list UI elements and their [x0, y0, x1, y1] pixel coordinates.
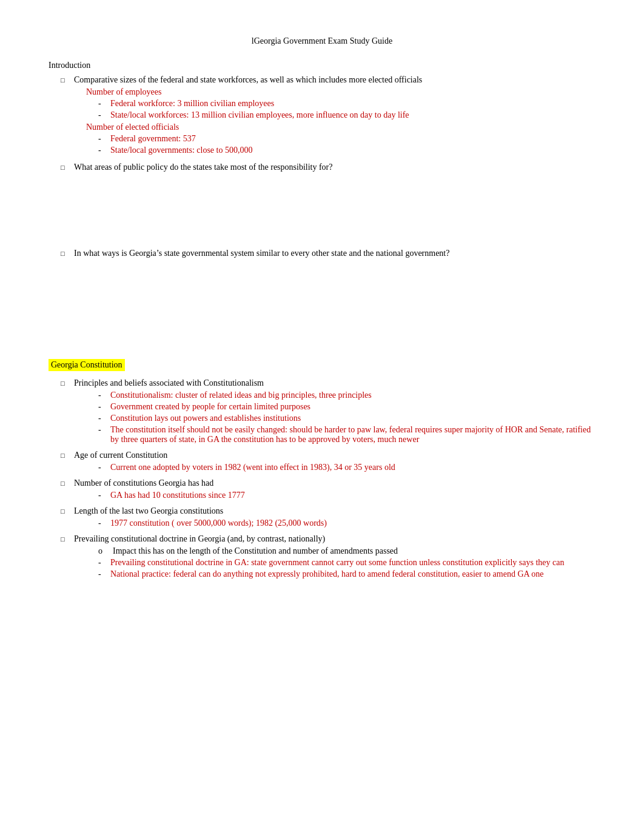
bullet-comparative-sizes: □ Comparative sizes of the federal and s…	[49, 75, 595, 158]
bullet-text-1: Comparative sizes of the federal and sta…	[74, 75, 422, 84]
dash-d1: -	[98, 558, 106, 568]
bullet-icon-c4: □	[61, 508, 68, 515]
dash-n1: -	[98, 491, 106, 500]
bullet-constitutionalism: □ Principles and beliefs associated with…	[49, 378, 595, 447]
introduction-heading: Introduction	[49, 61, 595, 70]
age-content: Age of current Constitution - Current on…	[74, 451, 595, 475]
officials-heading: Number of elected officials	[86, 122, 179, 132]
length-content: Length of the last two Georgia constitut…	[74, 506, 595, 531]
dash-icon-3: -	[98, 134, 106, 144]
const-text-1: Constitutionalism: cluster of related id…	[110, 391, 372, 400]
doctrine-item-1: - Prevailing constitutional doctrine in …	[98, 558, 595, 568]
length-text-1: 1977 constitution ( over 5000,000 words)…	[110, 518, 327, 528]
constitutionalism-text: Principles and beliefs associated with C…	[74, 378, 264, 387]
num-const-text-1: GA has had 10 constitutions since 1777	[110, 491, 245, 500]
bullet-content-3: In what ways is Georgia’s state governme…	[74, 249, 595, 258]
state-workforce-text: State/local workforces: 13 million civil…	[110, 110, 409, 120]
bullet-num-constitutions: □ Number of constitutions Georgia has ha…	[49, 478, 595, 503]
length-text: Length of the last two Georgia constitut…	[74, 506, 223, 515]
constitutionalism-content: Principles and beliefs associated with C…	[74, 378, 595, 447]
const-item-3: - Constitution lays out powers and estab…	[98, 414, 595, 423]
page-title: lGeorgia Government Exam Study Guide	[49, 36, 595, 46]
federal-govt-text: Federal government: 537	[110, 134, 196, 144]
const-text-3: Constitution lays out powers and establi…	[110, 414, 301, 423]
bullet-icon-c3: □	[61, 480, 68, 487]
age-text-1: Current one adopted by voters in 1982 (w…	[110, 463, 395, 472]
bullet-icon-3: □	[61, 250, 68, 257]
doctrine-sublist: o Impact this has on the length of the C…	[98, 546, 595, 579]
const-item-4: - The constitution itself should not be …	[98, 425, 595, 444]
officials-sublist: Number of elected officials - Federal go…	[98, 122, 595, 155]
bullet-icon-c2: □	[61, 452, 68, 459]
employees-heading: Number of employees	[86, 87, 161, 96]
dash-c4: -	[98, 425, 106, 435]
doctrine-circle-item: o Impact this has on the length of the C…	[98, 546, 595, 556]
dash-l1: -	[98, 518, 106, 528]
num-constitutions-text: Number of constitutions Georgia has had	[74, 478, 213, 488]
dash-a1: -	[98, 463, 106, 472]
dash-icon: -	[98, 99, 106, 109]
bullet-length: □ Length of the last two Georgia constit…	[49, 506, 595, 531]
doctrine-text-2: National practice: federal can do anythi…	[110, 569, 544, 579]
bullet-content-1: Comparative sizes of the federal and sta…	[74, 75, 595, 158]
federal-govt-item: - Federal government: 537	[98, 134, 595, 144]
dash-c2: -	[98, 402, 106, 412]
const-item-2: - Government created by people for certa…	[98, 402, 595, 412]
const-text-4: The constitution itself should not be ea…	[110, 425, 595, 444]
dash-c1: -	[98, 391, 106, 400]
doctrine-circle-text: Impact this has on the length of the Con…	[113, 546, 398, 556]
section-spacer	[49, 262, 595, 347]
bullet-content-2: What areas of public policy do the state…	[74, 163, 595, 172]
const-item-1: - Constitutionalism: cluster of related …	[98, 391, 595, 400]
bullet-age: □ Age of current Constitution - Current …	[49, 451, 595, 475]
georgia-constitution-section: Georgia Constitution □ Principles and be…	[49, 347, 595, 582]
bullet-icon-c1: □	[61, 380, 68, 387]
officials-heading-item: Number of elected officials	[86, 122, 595, 132]
doctrine-text: Prevailing constitutional doctrine in Ge…	[74, 534, 325, 543]
employees-heading-item: Number of employees	[86, 87, 595, 97]
bullet-icon-c5: □	[61, 535, 68, 543]
length-item-1: - 1977 constitution ( over 5000,000 word…	[98, 518, 595, 528]
bullet-doctrine: □ Prevailing constitutional doctrine in …	[49, 534, 595, 582]
num-constitutions-sublist: - GA has had 10 constitutions since 1777	[98, 491, 595, 500]
georgia-system-text: In what ways is Georgia’s state governme…	[74, 249, 449, 258]
federal-workforce-text: Federal workforce: 3 million civilian em…	[110, 99, 274, 109]
length-sublist: - 1977 constitution ( over 5000,000 word…	[98, 518, 595, 528]
doctrine-item-2: - National practice: federal can do anyt…	[98, 569, 595, 579]
constitutionalism-sublist: - Constitutionalism: cluster of related …	[98, 391, 595, 444]
dash-d2: -	[98, 569, 106, 579]
doctrine-content: Prevailing constitutional doctrine in Ge…	[74, 534, 595, 582]
num-constitutions-content: Number of constitutions Georgia has had …	[74, 478, 595, 503]
circle-bullet-icon: o	[98, 546, 108, 556]
georgia-constitution-label: Georgia Constitution	[49, 359, 125, 371]
dash-c3: -	[98, 414, 106, 423]
num-const-item-1: - GA has had 10 constitutions since 1777	[98, 491, 595, 500]
const-text-2: Government created by people for certain…	[110, 402, 310, 412]
employees-sublist: Number of employees - Federal workforce:…	[98, 87, 595, 120]
state-workforce-item: - State/local workforces: 13 million civ…	[98, 110, 595, 120]
bullet-georgia-system: □ In what ways is Georgia’s state govern…	[49, 249, 595, 258]
introduction-bullets: □ Comparative sizes of the federal and s…	[49, 75, 595, 258]
answer-space-1	[49, 176, 595, 249]
bullet-icon-2: □	[61, 164, 68, 171]
age-sublist: - Current one adopted by voters in 1982 …	[98, 463, 595, 472]
dash-icon-4: -	[98, 146, 106, 155]
federal-workforce-item: - Federal workforce: 3 million civilian …	[98, 99, 595, 109]
dash-icon-2: -	[98, 110, 106, 120]
introduction-section: Introduction □ Comparative sizes of the …	[49, 61, 595, 258]
age-item-1: - Current one adopted by voters in 1982 …	[98, 463, 595, 472]
constitution-bullets: □ Principles and beliefs associated with…	[49, 378, 595, 582]
bullet-icon-1: □	[61, 76, 68, 84]
state-govt-item: - State/local governments: close to 500,…	[98, 146, 595, 155]
age-text: Age of current Constitution	[74, 451, 167, 460]
bullet-public-policy: □ What areas of public policy do the sta…	[49, 163, 595, 172]
doctrine-text-1: Prevailing constitutional doctrine in GA…	[110, 558, 564, 568]
state-govt-text: State/local governments: close to 500,00…	[110, 146, 252, 155]
public-policy-text: What areas of public policy do the state…	[74, 163, 333, 172]
